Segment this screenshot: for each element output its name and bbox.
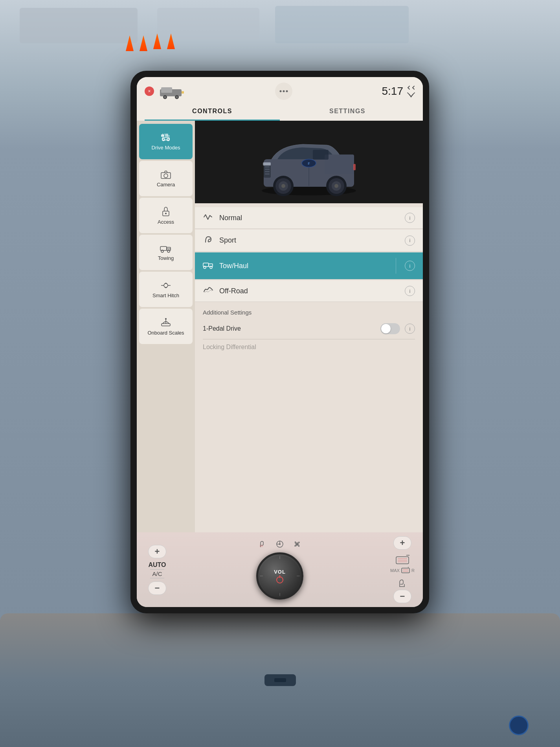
svg-rect-56 — [353, 164, 356, 170]
mode-normal-label: Normal — [219, 214, 399, 222]
clock: 5:17 — [382, 85, 404, 98]
svg-rect-73 — [402, 568, 409, 573]
svg-point-21 — [162, 134, 163, 134]
onboard-scales-icon — [160, 317, 171, 328]
right-climate-controls: + MAX — [388, 536, 417, 603]
svg-point-4 — [164, 96, 166, 98]
seat-heat-left-btn[interactable] — [258, 540, 267, 548]
locking-diff-row: Locking Differential — [203, 339, 415, 355]
tow-haul-icon — [203, 261, 214, 271]
locking-diff-label: Locking Differential — [203, 344, 415, 351]
divider — [396, 258, 396, 274]
truck-mini-icon — [158, 83, 185, 99]
tabs-bar: CONTROLS SETTINGS — [137, 103, 423, 121]
tab-settings[interactable]: SETTINGS — [280, 103, 415, 121]
svg-point-32 — [164, 283, 168, 287]
additional-settings-title: Additional Settings — [203, 309, 252, 316]
svg-point-9 — [286, 90, 288, 92]
svg-point-24 — [164, 174, 168, 178]
climate-icons — [258, 540, 301, 548]
rear-label: R — [411, 568, 415, 573]
mode-tow-haul-info[interactable]: i — [405, 261, 415, 271]
ac-label[interactable]: A/C — [152, 570, 162, 577]
mode-off-road[interactable]: Off-Road i — [195, 280, 423, 302]
additional-settings-section: Additional Settings — [195, 303, 423, 318]
svg-point-68 — [296, 543, 298, 545]
mode-off-road-label: Off-Road — [219, 287, 399, 295]
header: × — [137, 77, 423, 103]
svg-point-14 — [411, 96, 412, 98]
svg-point-26 — [165, 213, 167, 214]
mode-normal-info[interactable]: i — [405, 213, 415, 223]
sidebar-item-onboard-scales[interactable]: Onboard Scales — [139, 309, 193, 344]
svg-rect-51 — [265, 166, 270, 167]
temp-plus-right[interactable]: + — [393, 536, 411, 550]
svg-rect-40 — [325, 155, 354, 174]
svg-rect-54 — [265, 173, 270, 175]
mode-tow-haul-label: Tow/Haul — [219, 262, 390, 270]
sidebar-item-smart-hitch[interactable]: Smart Hitch — [139, 272, 193, 307]
sidebar-item-label-drive-modes: Drive Modes — [152, 145, 180, 151]
smart-hitch-icon — [160, 281, 171, 290]
left-climate-controls: + AUTO A/C − — [143, 545, 171, 595]
sidebar-item-towing[interactable]: Towing — [139, 235, 193, 270]
mode-sport-info[interactable]: i — [405, 236, 415, 246]
close-button[interactable]: × — [145, 86, 154, 96]
svg-rect-15 — [161, 134, 164, 137]
svg-point-37 — [165, 318, 167, 320]
truck-preview-svg: F — [248, 128, 370, 197]
sidebar-item-label-camera: Camera — [157, 182, 175, 188]
status-icons — [407, 85, 415, 98]
temp-minus-right[interactable]: − — [393, 590, 411, 603]
one-pedal-info[interactable]: i — [405, 324, 415, 334]
sidebar: Drive Modes Camera — [137, 121, 195, 532]
usb-port — [264, 674, 296, 686]
tab-controls[interactable]: CONTROLS — [145, 103, 280, 121]
svg-point-49 — [334, 184, 338, 188]
svg-point-5 — [176, 96, 178, 98]
sidebar-item-label-towing: Towing — [158, 255, 174, 261]
vol-label: VOL — [274, 569, 286, 575]
towing-icon — [160, 244, 172, 253]
fan-btn[interactable] — [293, 540, 301, 548]
corner-button[interactable] — [509, 716, 529, 735]
svg-rect-55 — [263, 162, 271, 166]
svg-rect-1 — [161, 87, 172, 93]
vol-knob[interactable]: VOL — [256, 552, 303, 600]
sidebar-item-drive-modes[interactable]: Drive Modes — [139, 124, 193, 159]
sidebar-item-label-smart-hitch: Smart Hitch — [152, 293, 179, 298]
svg-line-13 — [413, 88, 414, 89]
steering-heat-btn[interactable] — [275, 540, 284, 548]
sidebar-item-label-access: Access — [158, 219, 174, 225]
center-climate: VOL — [171, 540, 388, 600]
drive-modes-icon — [160, 133, 171, 142]
svg-line-11 — [408, 88, 409, 89]
seat-btn-right[interactable] — [397, 578, 408, 588]
mode-tow-haul[interactable]: Tow/Haul i — [195, 252, 423, 280]
svg-rect-60 — [203, 263, 209, 267]
sport-icon — [203, 235, 214, 246]
svg-rect-53 — [265, 171, 270, 172]
svg-rect-20 — [162, 138, 169, 140]
access-icon — [161, 206, 171, 217]
max-label: MAX — [390, 568, 400, 573]
one-pedal-toggle[interactable] — [380, 323, 400, 334]
svg-rect-17 — [167, 135, 170, 137]
temp-plus-left[interactable]: + — [148, 545, 166, 558]
menu-dots-button[interactable] — [275, 83, 292, 100]
sidebar-item-access[interactable]: Access — [139, 198, 193, 233]
temp-minus-left[interactable]: − — [148, 581, 166, 595]
one-pedal-drive-row: 1-Pedal Drive i — [203, 318, 415, 339]
mode-sport-label: Sport — [219, 236, 399, 245]
svg-point-22 — [164, 134, 165, 134]
normal-icon — [203, 213, 214, 223]
mode-sport[interactable]: Sport i — [195, 230, 423, 252]
sidebar-item-camera[interactable]: Camera — [139, 161, 193, 196]
climate-bar: + AUTO A/C − — [137, 532, 423, 607]
mode-normal[interactable]: Normal i — [195, 207, 423, 229]
mode-off-road-info[interactable]: i — [405, 286, 415, 296]
svg-rect-6 — [182, 91, 184, 94]
rear-defrost-area[interactable]: MAX R — [390, 551, 415, 576]
svg-point-8 — [283, 90, 285, 92]
svg-rect-41 — [313, 150, 329, 160]
